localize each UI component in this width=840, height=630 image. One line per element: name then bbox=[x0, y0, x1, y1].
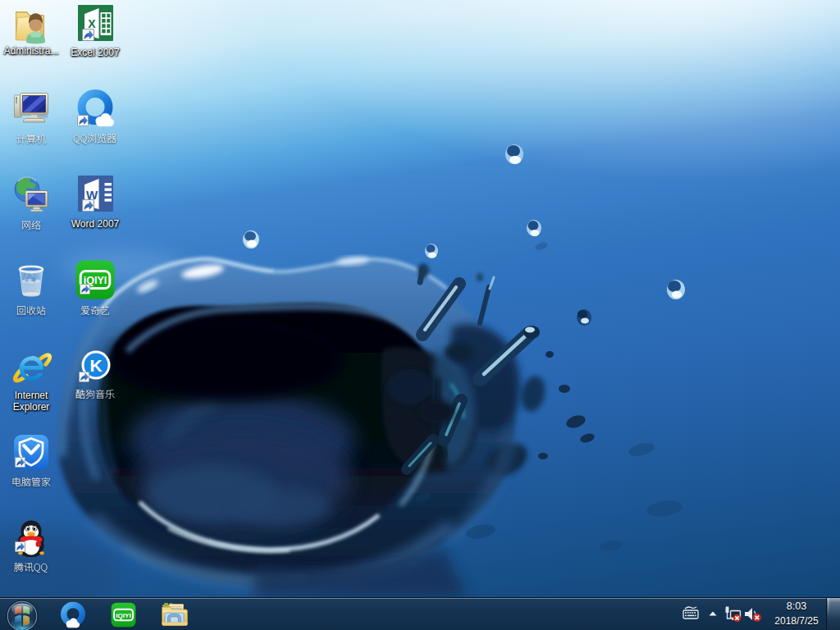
svg-text:X: X bbox=[88, 17, 96, 30]
svg-text:W: W bbox=[86, 188, 98, 202]
svg-text:iQIYI: iQIYI bbox=[116, 612, 130, 619]
svg-text:K: K bbox=[89, 356, 102, 375]
